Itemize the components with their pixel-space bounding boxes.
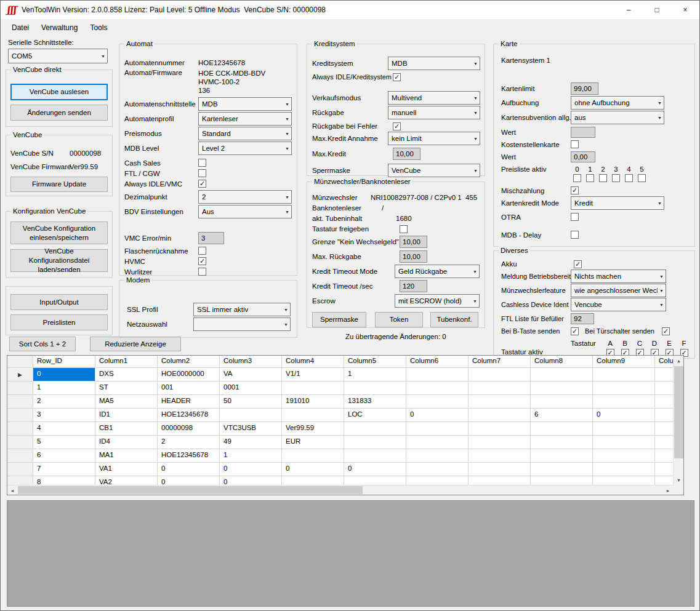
grid-cell[interactable] [406,395,469,409]
grid-row-selector[interactable] [7,409,33,422]
menu-datei[interactable]: Datei [6,21,35,34]
grid-cell[interactable] [531,436,593,449]
grid-column-header[interactable]: Column2 [158,356,220,368]
rueckgabe-select[interactable]: manuell ▼ [388,106,480,119]
grid-cell[interactable]: Ver99.59 [282,422,344,436]
grid-column-header[interactable]: Column7 [469,356,531,368]
grid-cell[interactable] [406,436,469,449]
sperrmaske-button[interactable]: Sperrmaske [312,312,366,327]
grid-row-selector[interactable] [7,463,33,476]
preisliste-5-checkbox[interactable] [638,174,646,182]
grid-column-header[interactable]: Column1 [95,356,158,368]
grid-cell[interactable] [593,381,655,395]
grid-cell[interactable] [282,449,344,463]
preisliste-4-checkbox[interactable] [625,174,633,182]
grid-cell[interactable]: 0001 [220,381,282,395]
hvmc-checkbox[interactable]: ✓ [198,257,206,265]
grid-cell[interactable]: ID4 [95,436,158,449]
grid-cell[interactable]: MA5 [95,395,158,409]
grid-cell[interactable] [593,395,655,409]
grid-cell[interactable] [593,436,655,449]
grid-cell[interactable]: 7 [33,463,95,476]
menu-verwaltung[interactable]: Verwaltung [35,21,84,34]
scroll-down-icon[interactable]: ▼ [674,475,684,485]
grid-cell[interactable]: 49 [220,436,282,449]
konfigdatei-laden-senden-button[interactable]: VenCube Konfigurationsdatei laden/senden [10,249,108,272]
otra-checkbox[interactable] [571,213,579,221]
wurlitzer-checkbox[interactable] [198,268,206,276]
kartenkredit-mode-select[interactable]: Kredit ▼ [571,196,664,210]
dezimalpunkt-select[interactable]: 2 ▼ [198,190,292,204]
reduzierte-anzeige-button[interactable]: Reduzierte Anzeige [90,337,181,351]
grid-cell[interactable]: 001 [158,381,220,395]
wert2-input[interactable]: 0,00 [571,151,595,162]
always-idle-kreditsystem-checkbox[interactable]: ✓ [393,73,401,81]
grid-cell[interactable]: VA2 [95,476,158,485]
grid-cell[interactable]: 1 [344,368,406,381]
grid-cell[interactable] [593,449,655,463]
grid-cell[interactable] [469,368,531,381]
scroll-left-icon[interactable]: ◄ [7,485,17,495]
grid-cell[interactable]: 0 [33,368,95,381]
cash-sales-checkbox[interactable] [198,159,206,167]
grid-cell[interactable]: 50 [220,395,282,409]
maximize-button[interactable]: □ [643,1,671,19]
kredit-timeout-mode-select[interactable]: Geld Rückgabe ▼ [395,265,480,278]
sort-cols-button[interactable]: Sort Cols 1 + 2 [9,337,76,351]
grid-column-header[interactable]: Colum [655,356,673,368]
kostenstellenkarte-checkbox[interactable] [571,140,579,148]
bdv-einstellungen-select[interactable]: Aus ▼ [198,205,292,218]
grid-cell[interactable] [406,463,469,476]
grid-cell[interactable] [469,395,531,409]
vmc-error-input[interactable]: 3 [198,232,224,244]
grid-cell[interactable]: 6 [33,449,95,463]
grid-cell[interactable] [282,381,344,395]
grid-cell[interactable]: 2 [158,436,220,449]
grid-cell[interactable] [469,463,531,476]
grid-cell[interactable] [655,463,673,476]
grenze-wechselgeld-input[interactable]: 10,00 [400,236,427,248]
grid-cell[interactable]: 2 [33,395,95,409]
grid-cell[interactable]: DXS [95,368,158,381]
grid-cell[interactable] [469,449,531,463]
menu-tools[interactable]: Tools [84,21,113,34]
grid-cell[interactable] [406,381,469,395]
grid-cell[interactable] [469,409,531,422]
wert1-input[interactable] [571,127,595,138]
grid-cell[interactable]: HOE12345678 [158,449,220,463]
ssl-profil-select[interactable]: SSL immer aktiv ▼ [193,303,291,316]
grid-cell[interactable]: 0 [220,476,282,485]
grid-cell[interactable]: 0 [158,463,220,476]
grid-cell[interactable] [655,409,673,422]
grid-row-selector[interactable] [7,436,33,449]
netzauswahl-select[interactable]: ▼ [193,317,291,331]
grid-column-header[interactable]: Column4 [282,356,344,368]
close-button[interactable]: × [671,1,699,19]
input-output-button[interactable]: Input/Output [10,294,108,310]
preismodus-select[interactable]: Standard ▼ [198,127,292,140]
grid-column-header[interactable]: Column8 [531,356,593,368]
grid-cell[interactable]: ST [95,381,158,395]
tuerschalter-senden-checkbox[interactable]: ✓ [662,327,670,335]
akku-checkbox[interactable]: ✓ [574,260,582,268]
max-rueckgabe-input[interactable]: 10,00 [400,250,427,263]
preisliste-1-checkbox[interactable] [586,174,594,182]
grid-cell[interactable]: VTC3USB [220,422,282,436]
grid-cell[interactable]: VA1 [95,463,158,476]
firmware-update-button[interactable]: Firmware Update [10,177,108,192]
grid-cell[interactable]: 0 [158,476,220,485]
grid-cell[interactable] [344,422,406,436]
mdb-level-select[interactable]: Level 2 ▼ [198,142,292,155]
grid-cell[interactable] [531,463,593,476]
grid-cell[interactable] [531,368,593,381]
grid-cell[interactable] [282,409,344,422]
grid-cell[interactable] [469,476,531,485]
grid-cell[interactable]: 1 [220,449,282,463]
grid-cell[interactable] [220,409,282,422]
grid-cell[interactable] [593,422,655,436]
tubenkonf-button[interactable]: Tubenkonf. [430,312,478,327]
cashless-device-ident-select[interactable]: Vencube ▼ [571,298,666,311]
scroll-right-icon[interactable]: ► [663,485,673,495]
grid-vscroll-thumb[interactable] [674,366,683,458]
grid-cell[interactable] [531,395,593,409]
